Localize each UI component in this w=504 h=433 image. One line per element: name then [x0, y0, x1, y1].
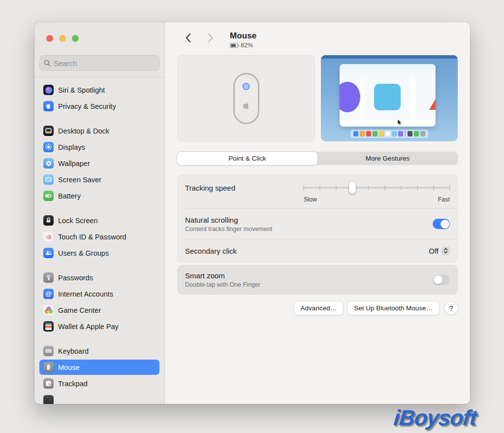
illustration-row [177, 55, 458, 141]
sidebar-item-label: Battery [58, 192, 81, 200]
sidebar-item-label: Wallpaper [58, 160, 90, 167]
secondary-click-row: Secondary click Off [178, 239, 457, 262]
sidebar-item-privacy-security[interactable]: Privacy & Security [39, 99, 159, 114]
sidebar-item-keyboard[interactable]: Keyboard [39, 343, 159, 359]
fingerprint-icon [43, 232, 54, 242]
sidebar-list: Siri & Spotlight Privacy & Security Desk… [34, 77, 164, 404]
slider-rail [304, 187, 450, 189]
natural-scrolling-description: Content tracks finger movement [185, 226, 272, 233]
sidebar-item-label: Game Center [58, 306, 101, 314]
natural-scrolling-toggle[interactable] [433, 219, 450, 229]
natural-scrolling-row: Natural scrolling Content tracks finger … [178, 209, 457, 239]
secondary-click-value: Off [429, 247, 439, 255]
battery-level-icon [230, 43, 239, 48]
natural-scrolling-label: Natural scrolling [185, 216, 272, 224]
sidebar-item-trackpad[interactable]: Trackpad [39, 376, 159, 391]
setup-bluetooth-mouse-button[interactable]: Set Up Bluetooth Mouse… [347, 301, 439, 315]
secondary-click-label: Secondary click [185, 247, 237, 255]
sidebar-item-partial[interactable] [39, 393, 159, 404]
search-input[interactable] [54, 59, 155, 67]
purple-circle-shape [340, 82, 360, 112]
sidebar-item-wallpaper[interactable]: Wallpaper [39, 156, 159, 171]
iboysoft-watermark: iBoysoft [392, 405, 477, 430]
sidebar-item-label: Lock Screen [58, 217, 98, 225]
gesture-preview [321, 55, 458, 141]
at-sign-icon: @ [43, 289, 54, 299]
sidebar-item-label: Touch ID & Password [58, 233, 126, 241]
tracking-speed-slider[interactable]: Slow Fast [304, 182, 450, 208]
preview-pane-center [365, 75, 410, 119]
keyboard-icon [43, 346, 54, 356]
siri-icon [43, 85, 54, 95]
smart-zoom-row: Smart zoom Double-tap with One Finger [178, 266, 457, 294]
mouse-illustration [177, 55, 315, 141]
sidebar-item-label: Displays [58, 143, 85, 151]
sidebar-item-lock-screen[interactable]: Lock Screen [39, 213, 159, 228]
close-window-button[interactable] [46, 35, 53, 42]
secondary-click-dropdown[interactable]: Off [429, 247, 450, 255]
key-icon [43, 272, 54, 283]
sidebar-item-game-center[interactable]: Game Center [39, 302, 159, 318]
tracking-speed-label: Tracking speed [185, 184, 235, 192]
tracking-speed-row: Tracking speed Slow Fast [178, 175, 457, 208]
magic-mouse-outline [233, 73, 259, 124]
forward-button[interactable] [205, 33, 216, 43]
panel-header: Mouse 82% [165, 22, 470, 49]
battery-icon [43, 191, 54, 201]
smart-zoom-toggle[interactable] [433, 275, 450, 285]
search-field[interactable] [39, 55, 159, 71]
sidebar-item-screen-saver[interactable]: Screen Saver [39, 172, 159, 187]
desktop-dock-icon [43, 126, 54, 136]
sidebar-item-touch-id[interactable]: Touch ID & Password [39, 229, 159, 244]
orange-triangle-shape [429, 84, 436, 110]
users-icon [43, 248, 54, 258]
displays-icon [43, 142, 54, 152]
sidebar-item-label: Wallet & Apple Pay [58, 323, 119, 331]
trackpad-icon [43, 378, 54, 389]
help-button[interactable]: ? [444, 301, 458, 315]
settings-card: Tracking speed Slow Fast [177, 174, 458, 263]
zoom-window-button[interactable] [72, 35, 79, 42]
sidebar-item-displays[interactable]: Displays [39, 139, 159, 155]
sidebar-item-label: Siri & Spotlight [58, 86, 105, 94]
privacy-icon [43, 101, 54, 111]
game-center-icon [43, 305, 54, 315]
back-button[interactable] [183, 33, 193, 43]
tracking-speed-thumb[interactable] [349, 182, 356, 194]
preview-pane-left [340, 75, 360, 119]
window-controls [34, 22, 164, 42]
sidebar-item-label: Passwords [58, 274, 93, 282]
cursor-arrow-icon [397, 119, 403, 127]
sidebar-item-siri-spotlight[interactable]: Siri & Spotlight [39, 82, 159, 98]
sidebar-item-label: Mouse [58, 364, 80, 371]
sidebar-item-label: Users & Groups [58, 249, 109, 257]
blue-square-shape [374, 84, 401, 110]
sidebar-item-label: Desktop & Dock [58, 127, 109, 135]
minimize-window-button[interactable] [59, 35, 66, 42]
sidebar-item-label: Screen Saver [58, 176, 101, 184]
sidebar-item-mouse[interactable]: Mouse [39, 360, 159, 375]
sidebar-item-battery[interactable]: Battery [39, 188, 159, 203]
smart-zoom-label: Smart zoom [185, 271, 260, 280]
lock-icon [43, 215, 54, 226]
chevron-up-down-icon [441, 247, 450, 255]
sidebar-item-internet-accounts[interactable]: @ Internet Accounts [39, 286, 159, 301]
footer-buttons: Advanced… Set Up Bluetooth Mouse… ? [177, 301, 458, 315]
mouse-icon [43, 362, 54, 372]
sidebar: Siri & Spotlight Privacy & Security Desk… [34, 22, 165, 404]
apple-logo-icon [242, 101, 250, 112]
slider-min-label: Slow [304, 196, 317, 203]
preview-menubar [321, 55, 458, 59]
sidebar-item-label: Privacy & Security [58, 102, 116, 110]
sidebar-item-wallet[interactable]: Wallet & Apple Pay [39, 319, 159, 334]
sidebar-item-passwords[interactable]: Passwords [39, 270, 159, 285]
tab-point-and-click[interactable]: Point & Click [177, 152, 317, 165]
advanced-button[interactable]: Advanced… [294, 301, 344, 315]
sidebar-item-desktop-dock[interactable]: Desktop & Dock [39, 123, 159, 138]
smart-zoom-description: Double-tap with One Finger [185, 281, 260, 288]
slider-max-label: Fast [438, 196, 450, 203]
sidebar-item-users-groups[interactable]: Users & Groups [39, 245, 159, 261]
partial-icon [43, 395, 54, 404]
tab-more-gestures[interactable]: More Gestures [317, 152, 458, 165]
battery-percent-label: 82% [241, 42, 253, 49]
